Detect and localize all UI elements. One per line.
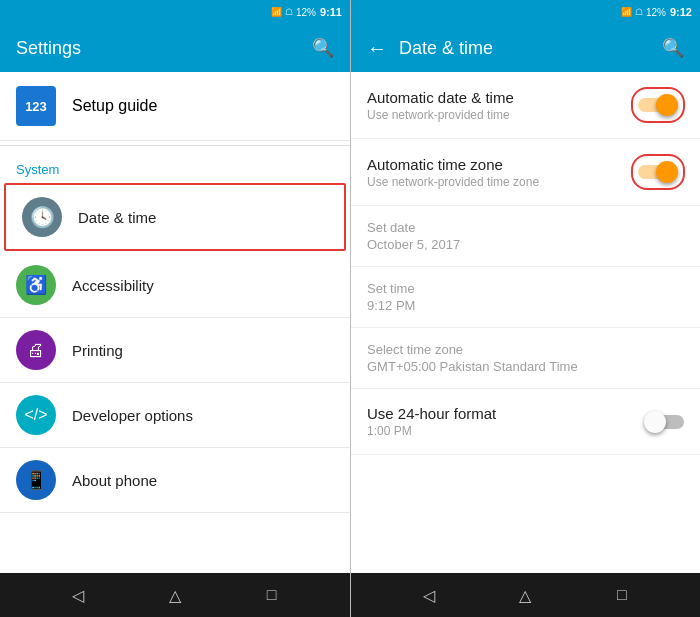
select-timezone-item: Select time zone GMT+05:00 Pakistan Stan… — [351, 328, 700, 389]
left-nav-bar: ◁ △ □ — [0, 573, 350, 617]
right-search-icon[interactable]: 🔍 — [662, 37, 684, 59]
left-top-bar: Settings 🔍 — [0, 24, 350, 72]
select-timezone-value: GMT+05:00 Pakistan Standard Time — [367, 359, 684, 374]
developer-icon: </> — [16, 395, 56, 435]
format24-toggle-thumb — [644, 411, 666, 433]
auto-date-time-item[interactable]: Automatic date & time Use network-provid… — [351, 72, 700, 139]
auto-timezone-label: Automatic time zone — [367, 156, 539, 173]
clock-icon: 🕓 — [22, 197, 62, 237]
right-recent-button[interactable]: □ — [606, 579, 638, 611]
accessibility-label: Accessibility — [72, 277, 154, 294]
auto-date-time-toggle[interactable] — [638, 94, 678, 116]
battery-icon: 12% — [296, 7, 316, 18]
right-back-button[interactable]: ← — [367, 37, 387, 60]
format24-info: Use 24-hour format 1:00 PM — [367, 405, 496, 438]
set-time-label: Set time — [367, 281, 684, 296]
set-date-item: Set date October 5, 2017 — [351, 206, 700, 267]
right-title: Date & time — [399, 38, 662, 59]
left-status-bar: 📶 ☖ 12% 9:11 — [0, 0, 350, 24]
left-home-button[interactable]: △ — [159, 579, 191, 611]
toggle-thumb-on — [656, 94, 678, 116]
auto-timezone-toggle[interactable] — [638, 161, 678, 183]
right-time: 9:12 — [670, 6, 692, 18]
format24-toggle[interactable] — [644, 411, 684, 433]
right-battery-icon: 12% — [646, 7, 666, 18]
format24-label: Use 24-hour format — [367, 405, 496, 422]
left-back-button[interactable]: ◁ — [62, 579, 94, 611]
left-search-icon[interactable]: 🔍 — [312, 37, 334, 59]
printing-label: Printing — [72, 342, 123, 359]
right-top-bar: ← Date & time 🔍 — [351, 24, 700, 72]
left-time: 9:11 — [320, 6, 342, 18]
right-home-button[interactable]: △ — [509, 579, 541, 611]
date-time-item[interactable]: 🕓 Date & time — [4, 183, 346, 251]
system-divider — [0, 145, 350, 146]
auto-timezone-info: Automatic time zone Use network-provided… — [367, 156, 539, 189]
left-title: Settings — [16, 38, 312, 59]
select-timezone-label: Select time zone — [367, 342, 684, 357]
printing-item[interactable]: 🖨 Printing — [0, 318, 350, 383]
right-back-nav-button[interactable]: ◁ — [413, 579, 445, 611]
set-time-value: 9:12 PM — [367, 298, 684, 313]
setup-icon: 123 — [16, 86, 56, 126]
right-panel: 📶 ☖ 12% 9:12 ← Date & time 🔍 Automatic d… — [350, 0, 700, 617]
right-status-bar: 📶 ☖ 12% 9:12 — [351, 0, 700, 24]
auto-date-time-label: Automatic date & time — [367, 89, 514, 106]
auto-timezone-item[interactable]: Automatic time zone Use network-provided… — [351, 139, 700, 206]
timezone-toggle-thumb — [656, 161, 678, 183]
left-recent-button[interactable]: □ — [256, 579, 288, 611]
auto-timezone-sub: Use network-provided time zone — [367, 175, 539, 189]
print-icon: 🖨 — [16, 330, 56, 370]
right-wifi-icon: 📶 — [621, 7, 632, 17]
about-phone-label: About phone — [72, 472, 157, 489]
date-time-label: Date & time — [78, 209, 156, 226]
auto-date-time-toggle-ring — [632, 88, 684, 122]
signal-icon: ☖ — [285, 7, 293, 17]
right-signal-icon: ☖ — [635, 7, 643, 17]
developer-options-label: Developer options — [72, 407, 193, 424]
wifi-icon: 📶 — [271, 7, 282, 17]
left-content: 123 Setup guide System 🕓 Date & time ♿ A… — [0, 72, 350, 573]
right-content: Automatic date & time Use network-provid… — [351, 72, 700, 573]
auto-timezone-toggle-ring — [632, 155, 684, 189]
right-nav-bar: ◁ △ □ — [351, 573, 700, 617]
format24-item[interactable]: Use 24-hour format 1:00 PM — [351, 389, 700, 455]
accessibility-icon: ♿ — [16, 265, 56, 305]
set-date-label: Set date — [367, 220, 684, 235]
left-panel: 📶 ☖ 12% 9:11 Settings 🔍 123 Setup guide … — [0, 0, 350, 617]
phone-icon: 📱 — [16, 460, 56, 500]
set-time-item: Set time 9:12 PM — [351, 267, 700, 328]
about-phone-item[interactable]: 📱 About phone — [0, 448, 350, 513]
auto-date-time-info: Automatic date & time Use network-provid… — [367, 89, 514, 122]
system-section-label: System — [0, 150, 350, 181]
format24-sub: 1:00 PM — [367, 424, 496, 438]
accessibility-item[interactable]: ♿ Accessibility — [0, 253, 350, 318]
auto-date-time-sub: Use network-provided time — [367, 108, 514, 122]
status-icons: 📶 ☖ 12% — [271, 7, 316, 18]
right-status-icons: 📶 ☖ 12% — [621, 7, 666, 18]
setup-guide-item[interactable]: 123 Setup guide — [0, 72, 350, 141]
set-date-value: October 5, 2017 — [367, 237, 684, 252]
setup-guide-label: Setup guide — [72, 97, 157, 115]
developer-options-item[interactable]: </> Developer options — [0, 383, 350, 448]
